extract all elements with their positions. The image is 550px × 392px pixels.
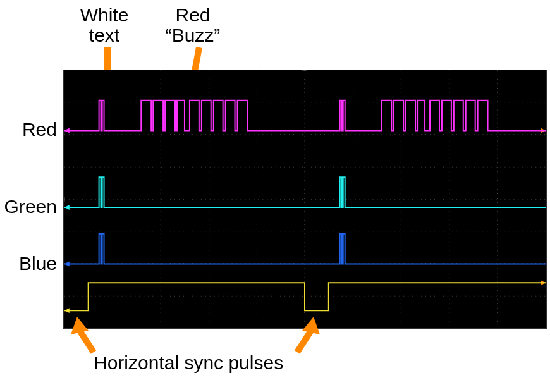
- trace-sync: [64, 283, 546, 310]
- channel-ground-markers: [64, 128, 70, 314]
- channel-label-green: Green: [0, 196, 57, 217]
- trace-red: [64, 101, 546, 131]
- channel-label-red: Red: [0, 119, 57, 140]
- annotation-white-text-label: Whitetext: [80, 4, 129, 46]
- channel-label-red-text: Red: [22, 119, 57, 140]
- annotation-red-buzz-label: Red“Buzz”: [166, 4, 221, 46]
- channel-label-green-text: Green: [4, 196, 57, 217]
- oscilloscope-screen: [63, 70, 547, 329]
- channel-label-blue: Blue: [0, 253, 57, 274]
- channel-label-blue-text: Blue: [19, 253, 57, 274]
- annotation-hsync-label: Horizontal sync pulses: [94, 352, 283, 373]
- annotation-white-text: Whitetext: [70, 5, 139, 45]
- annotation-red-buzz: Red“Buzz”: [158, 5, 228, 45]
- oscilloscope-svg: [64, 70, 546, 328]
- annotation-hsync: Horizontal sync pulses: [94, 353, 334, 373]
- trace-blue: [64, 234, 546, 264]
